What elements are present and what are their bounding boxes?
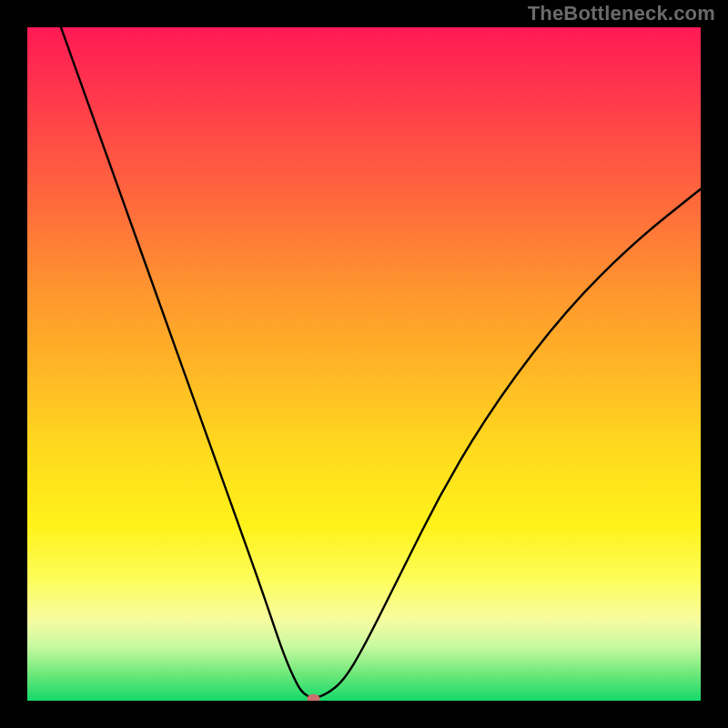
chart-svg	[27, 27, 701, 701]
watermark-text: TheBottleneck.com	[528, 2, 715, 25]
plot-area	[27, 27, 701, 701]
min-marker	[308, 694, 320, 701]
curve-path	[61, 27, 701, 698]
chart-stage: TheBottleneck.com	[0, 0, 728, 728]
